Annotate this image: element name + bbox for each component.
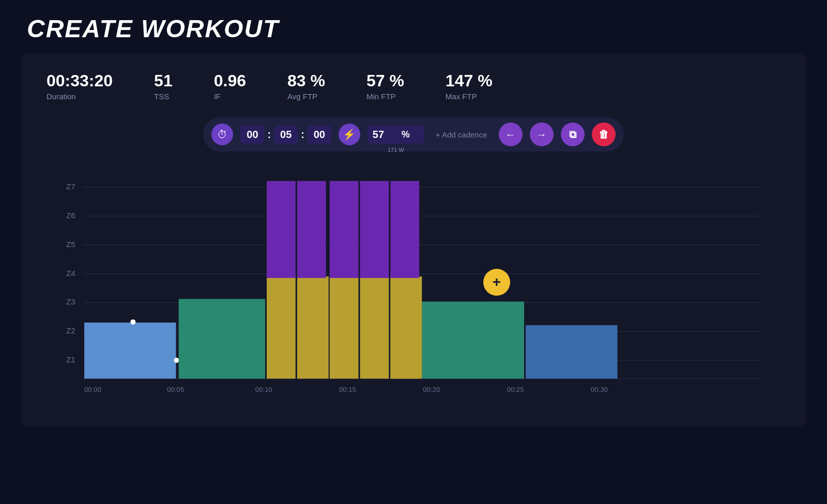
stat-avg-ftp-value: 83 % [287,72,325,90]
svg-text:00:30: 00:30 [591,386,608,393]
bar-segment-7b[interactable] [390,181,419,278]
svg-text:Z1: Z1 [66,355,75,364]
page-title: CREATE WORKOUT [27,14,800,43]
add-cadence-button[interactable]: + Add cadence [432,130,492,139]
time-sep-1: : [266,129,272,141]
stat-duration: 00:33:20 Duration [47,72,113,101]
stat-duration-label: Duration [47,92,113,101]
bar-segment-11[interactable] [526,325,618,378]
stat-max-ftp-label: Max FTP [446,92,493,101]
stat-duration-value: 00:33:20 [47,72,113,90]
delete-segment-button[interactable]: 🗑 [592,123,616,146]
stat-tss-label: TSS [154,92,173,101]
svg-text:00:15: 00:15 [339,386,356,393]
stat-min-ftp-value: 57 % [366,72,404,90]
bar-segment-3a[interactable] [267,277,296,379]
bar-segment-3b[interactable] [267,181,296,278]
main-card: 00:33:20 Duration 51 TSS 0.96 IF 83 % Av… [21,53,806,426]
stat-if-label: IF [214,92,246,101]
svg-text:Z7: Z7 [66,182,75,191]
svg-text:00:10: 00:10 [255,386,272,393]
stat-min-ftp-label: Min FTP [366,92,404,101]
svg-text:00:00: 00:00 [84,386,101,393]
segment-handle-top-1[interactable] [130,319,135,325]
timer-icon: ⏱ [211,124,233,145]
copy-segment-button[interactable]: ⧉ [561,123,585,146]
time-inputs: : : [240,126,331,144]
segment-handle-bottom-1[interactable] [174,358,179,363]
bar-segment-5a[interactable] [330,277,359,379]
stats-row: 00:33:20 Duration 51 TSS 0.96 IF 83 % Av… [47,72,780,101]
workout-chart: Z7 Z6 Z5 Z4 Z3 Z2 Z1 [47,168,780,406]
stat-avg-ftp-label: Avg FTP [287,92,325,101]
power-watts-display: 171 W [388,147,404,153]
chart-area: Z7 Z6 Z5 Z4 Z3 Z2 Z1 [47,168,780,406]
svg-text:00:05: 00:05 [167,386,184,393]
controls-bar: ⏱ : : ⚡ % 171 W + Add cadence ← → ⧉ 🗑 [203,117,623,151]
stat-if: 0.96 IF [214,72,246,101]
svg-text:00:20: 00:20 [423,386,440,393]
bar-segment-6b[interactable] [360,181,389,278]
svg-text:Z4: Z4 [66,269,75,278]
stat-if-value: 0.96 [214,72,246,90]
bar-segment-10[interactable] [390,277,422,379]
power-pct-symbol: % [402,129,410,140]
svg-text:Z6: Z6 [66,211,75,220]
stat-max-ftp: 147 % Max FTP [446,72,493,101]
stat-tss: 51 TSS [154,72,173,101]
time-hours-input[interactable] [240,126,264,144]
nav-back-button[interactable]: ← [499,123,523,146]
bar-segment-4b[interactable] [297,181,326,278]
add-segment-button[interactable]: + [483,269,510,296]
nav-forward-button[interactable]: → [530,123,554,146]
bar-segment-4a[interactable] [297,277,329,379]
bar-segment-1[interactable] [84,323,176,379]
time-minutes-input[interactable] [274,126,298,144]
bar-segment-9[interactable] [422,302,524,379]
time-seconds-input[interactable] [308,126,331,144]
bar-segment-5b[interactable] [330,181,359,278]
stat-max-ftp-value: 147 % [446,72,493,90]
svg-text:Z2: Z2 [66,326,75,335]
svg-text:Z5: Z5 [66,240,75,249]
stat-tss-value: 51 [154,72,173,90]
bar-segment-2[interactable] [179,299,265,379]
time-sep-2: : [300,129,305,141]
bolt-icon: ⚡ [339,124,360,145]
power-input-wrap: % 171 W [367,126,424,144]
stat-avg-ftp: 83 % Avg FTP [287,72,325,101]
svg-text:Z3: Z3 [66,298,75,307]
header: CREATE WORKOUT [0,0,827,53]
svg-text:00:25: 00:25 [507,386,524,393]
stat-min-ftp: 57 % Min FTP [366,72,404,101]
power-percent-input[interactable] [373,129,399,141]
bar-segment-6a[interactable] [360,277,389,379]
